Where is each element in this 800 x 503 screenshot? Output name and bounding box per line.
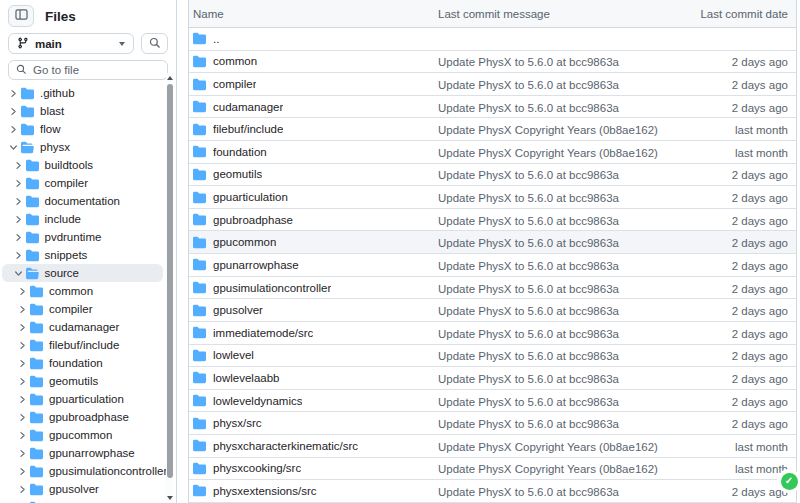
scrollbar-down-arrow-icon[interactable] — [167, 496, 173, 500]
tree-item[interactable]: compiler — [2, 300, 163, 318]
tree-item[interactable]: include — [2, 210, 163, 228]
table-row[interactable]: cudamanager Update PhysX to 5.6.0 at bcc… — [189, 96, 796, 119]
file-name-link[interactable]: lowlevelaabb — [213, 372, 280, 384]
tree-item[interactable]: gpuarticulation — [2, 390, 163, 408]
table-row[interactable]: physxextensions/src Update PhysX to 5.6.… — [189, 480, 796, 503]
table-row[interactable]: gpucommon Update PhysX to 5.6.0 at bcc98… — [189, 231, 796, 254]
file-name-link[interactable]: lowlevel — [213, 349, 254, 361]
file-name-link[interactable]: physxcooking/src — [213, 462, 301, 474]
file-name-link[interactable]: physxextensions/src — [213, 485, 317, 497]
file-name-link[interactable]: gpunarrowphase — [213, 259, 299, 271]
commit-message-link[interactable]: Update PhysX to 5.6.0 at bcc9863a — [438, 79, 619, 91]
table-row[interactable]: gpusimulationcontroller Update PhysX to … — [189, 277, 796, 300]
file-name-link[interactable]: physx/src — [213, 417, 262, 429]
commit-message-link[interactable]: Update PhysX to 5.6.0 at bcc9863a — [438, 373, 619, 385]
file-name-link[interactable]: geomutils — [213, 168, 262, 180]
file-name-link[interactable]: lowleveldynamics — [213, 395, 302, 407]
file-name-link[interactable]: common — [213, 55, 257, 67]
commit-message-link[interactable]: Update PhysX to 5.6.0 at bcc9863a — [438, 328, 619, 340]
tree-item[interactable]: snippets — [2, 246, 163, 264]
table-row[interactable]: physxcharacterkinematic/src Update PhysX… — [189, 435, 796, 458]
table-row[interactable]: gpusolver Update PhysX to 5.6.0 at bcc98… — [189, 299, 796, 322]
go-to-file-input[interactable]: Go to file — [8, 60, 168, 80]
commit-message-link[interactable]: Update PhysX Copyright Years (0b8ae162) — [438, 441, 658, 453]
commit-message-link[interactable]: Update PhysX to 5.6.0 at bcc9863a — [438, 169, 619, 181]
commit-message-link[interactable]: Update PhysX Copyright Years (0b8ae162) — [438, 147, 658, 159]
commit-message-link[interactable]: Update PhysX to 5.6.0 at bcc9863a — [438, 486, 619, 498]
tree-item[interactable]: common — [2, 282, 163, 300]
table-row[interactable]: gpunarrowphase Update PhysX to 5.6.0 at … — [189, 254, 796, 277]
table-row[interactable]: geomutils Update PhysX to 5.6.0 at bcc98… — [189, 164, 796, 187]
commit-message-link[interactable]: Update PhysX to 5.6.0 at bcc9863a — [438, 215, 619, 227]
table-row[interactable]: .. — [189, 28, 796, 51]
tree-item[interactable]: pvdruntime — [2, 228, 163, 246]
commit-date: 2 days ago — [732, 418, 788, 430]
commit-message-link[interactable]: Update PhysX to 5.6.0 at bcc9863a — [438, 350, 619, 362]
safe-browsing-badge[interactable]: ✓ — [777, 469, 800, 493]
table-row[interactable]: gpuarticulation Update PhysX to 5.6.0 at… — [189, 186, 796, 209]
folder-icon — [193, 123, 206, 136]
table-row[interactable]: foundation Update PhysX Copyright Years … — [189, 141, 796, 164]
file-name-link[interactable]: physxcharacterkinematic/src — [213, 440, 358, 452]
scrollbar-up-arrow-icon[interactable] — [167, 76, 173, 80]
commit-message-link[interactable]: Update PhysX Copyright Years (0b8ae162) — [438, 124, 658, 136]
file-name-link[interactable]: gpucommon — [213, 236, 276, 248]
tree-item[interactable]: .github — [2, 84, 163, 102]
table-row[interactable]: lowlevel Update PhysX to 5.6.0 at bcc986… — [189, 345, 796, 368]
tree-item[interactable]: flow — [2, 120, 163, 138]
commit-message-link[interactable]: Update PhysX to 5.6.0 at bcc9863a — [438, 396, 619, 408]
table-row[interactable]: common Update PhysX to 5.6.0 at bcc9863a… — [189, 51, 796, 74]
git-branch-icon — [17, 35, 29, 53]
tree-item[interactable]: gpusimulationcontroller — [2, 462, 163, 480]
tree-item[interactable]: source — [2, 264, 163, 282]
file-name-link[interactable]: foundation — [213, 146, 267, 158]
scrollbar-thumb[interactable] — [167, 84, 173, 478]
table-row[interactable]: physxcooking/src Update PhysX Copyright … — [189, 458, 796, 481]
tree-item[interactable]: gpunarrowphase — [2, 444, 163, 462]
tree-item[interactable]: cudamanager — [2, 318, 163, 336]
commit-message-link[interactable]: Update PhysX to 5.6.0 at bcc9863a — [438, 283, 619, 295]
tree-item[interactable]: immediatemode/src — [2, 498, 163, 503]
tree-item[interactable]: blast — [2, 102, 163, 120]
tree-item[interactable]: documentation — [2, 192, 163, 210]
tree-item-label: gpunarrowphase — [49, 447, 135, 459]
commit-message-link[interactable]: Update PhysX Copyright Years (0b8ae162) — [438, 463, 658, 475]
collapse-file-tree-button[interactable] — [8, 5, 34, 27]
file-name-link[interactable]: compiler — [213, 78, 256, 90]
tree-item[interactable]: foundation — [2, 354, 163, 372]
tree-item[interactable]: geomutils — [2, 372, 163, 390]
file-name-link[interactable]: immediatemode/src — [213, 327, 313, 339]
commit-message-link[interactable]: Update PhysX to 5.6.0 at bcc9863a — [438, 260, 619, 272]
file-name-link[interactable]: gpusimulationcontroller — [213, 282, 331, 294]
commit-message-link[interactable]: Update PhysX to 5.6.0 at bcc9863a — [438, 237, 619, 249]
tree-item[interactable]: compiler — [2, 174, 163, 192]
file-name-link[interactable]: gpuarticulation — [213, 191, 288, 203]
table-row[interactable]: filebuf/include Update PhysX Copyright Y… — [189, 118, 796, 141]
file-name-link[interactable]: cudamanager — [213, 101, 283, 113]
file-name-link[interactable]: .. — [213, 33, 219, 45]
table-row[interactable]: compiler Update PhysX to 5.6.0 at bcc986… — [189, 73, 796, 96]
sidebar-scrollbar[interactable] — [166, 73, 173, 503]
branch-selector-button[interactable]: main — [8, 33, 134, 54]
commit-message-link[interactable]: Update PhysX to 5.6.0 at bcc9863a — [438, 305, 619, 317]
commit-message-link[interactable]: Update PhysX to 5.6.0 at bcc9863a — [438, 102, 619, 114]
table-row[interactable]: gpubroadphase Update PhysX to 5.6.0 at b… — [189, 209, 796, 232]
tree-item-label: gpucommon — [49, 429, 112, 441]
tree-item[interactable]: gpubroadphase — [2, 408, 163, 426]
file-name-link[interactable]: gpusolver — [213, 304, 263, 316]
table-row[interactable]: immediatemode/src Update PhysX to 5.6.0 … — [189, 322, 796, 345]
commit-message-link[interactable]: Update PhysX to 5.6.0 at bcc9863a — [438, 192, 619, 204]
tree-item[interactable]: gpucommon — [2, 426, 163, 444]
tree-item[interactable]: buildtools — [2, 156, 163, 174]
table-row[interactable]: physx/src Update PhysX to 5.6.0 at bcc98… — [189, 412, 796, 435]
commit-message-link[interactable]: Update PhysX to 5.6.0 at bcc9863a — [438, 56, 619, 68]
file-name-link[interactable]: filebuf/include — [213, 123, 283, 135]
tree-item[interactable]: filebuf/include — [2, 336, 163, 354]
file-name-link[interactable]: gpubroadphase — [213, 214, 293, 226]
commit-message-link[interactable]: Update PhysX to 5.6.0 at bcc9863a — [438, 418, 619, 430]
table-row[interactable]: lowleveldynamics Update PhysX to 5.6.0 a… — [189, 390, 796, 413]
table-row[interactable]: lowlevelaabb Update PhysX to 5.6.0 at bc… — [189, 367, 796, 390]
search-this-repository-button[interactable] — [141, 33, 168, 54]
tree-item[interactable]: physx — [2, 138, 163, 156]
tree-item[interactable]: gpusolver — [2, 480, 163, 498]
